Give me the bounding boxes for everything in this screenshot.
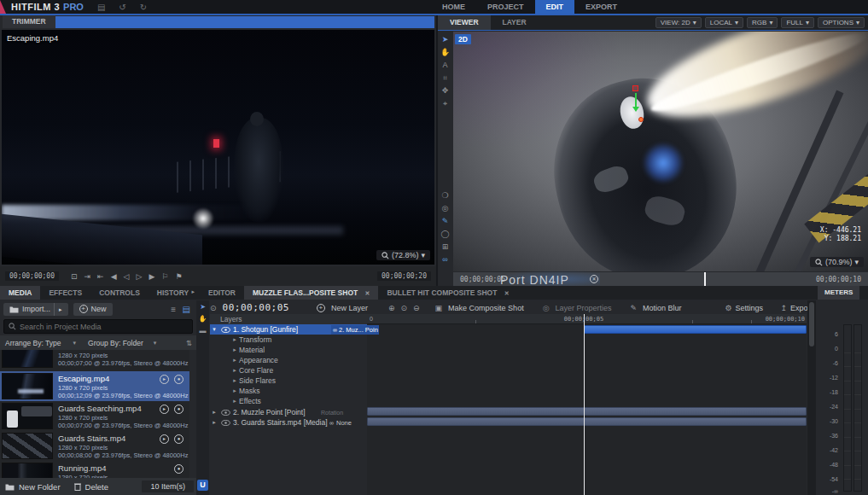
make-composite-button[interactable]: Make Composite Shot <box>448 304 524 312</box>
trimmer-zoom-control[interactable]: (72.8%) ▾ <box>376 250 430 260</box>
play-icon[interactable]: ▶ <box>149 272 154 281</box>
tab-meters[interactable]: METERS <box>818 286 859 300</box>
view-mode-dropdown[interactable]: VIEW: 2D▾ <box>655 17 702 28</box>
zoom-fit-icon[interactable]: ⊙ <box>400 304 407 312</box>
roto-tool-icon[interactable]: ◯ <box>440 230 449 242</box>
chain-tool-icon[interactable]: ∞ <box>442 255 447 268</box>
save-icon[interactable]: ▤ <box>97 3 105 12</box>
zoom-in-icon[interactable]: ⊕ <box>388 304 395 312</box>
layer-row-shotgun[interactable]: ▾ 1. Shotgun [Gunfire] ∞ 2. Muz... Poin <box>210 324 367 335</box>
step-forward-icon[interactable]: ▷ <box>136 272 142 281</box>
clip-bar-muzzle-point[interactable] <box>367 407 807 416</box>
trimmer-tab[interactable]: TRIMMER <box>3 15 55 28</box>
quality-dropdown[interactable]: FULL▾ <box>781 17 814 28</box>
group-by-dropdown[interactable]: Group By: Folder <box>88 339 143 347</box>
timeline-scrollbar[interactable] <box>807 300 816 495</box>
media-info-icon[interactable]: ● <box>174 405 184 414</box>
timeline-playhead[interactable] <box>584 314 585 495</box>
eye-icon[interactable] <box>221 420 230 426</box>
local-dropdown[interactable]: LOCAL▾ <box>705 17 743 28</box>
close-tab-icon[interactable]: ✕ <box>504 290 510 296</box>
property-group-transform[interactable]: ▸Transform <box>210 335 367 345</box>
make-composite-icon[interactable]: ▸ <box>160 405 169 414</box>
property-group-masks[interactable]: ▸Masks <box>210 386 367 396</box>
make-composite-icon[interactable]: ▸ <box>160 434 169 444</box>
property-group-core-flare[interactable]: ▸Core Flare <box>210 365 367 376</box>
layer-row-guards-stairs[interactable]: ▸ 3. Guards Stairs.mp4 [Media] ∞ None <box>210 417 367 428</box>
arrange-by-dropdown[interactable]: Arrange By: Type <box>5 339 61 347</box>
trimmer-canvas[interactable]: Escaping.mp4 (72.8%) ▾ <box>2 30 434 265</box>
list-view-icon[interactable]: ≡ <box>171 305 176 314</box>
timeline-ruler[interactable]: 0 00;00;00;05 00;00;00;10 <box>367 314 807 324</box>
clip-bar-guards-stairs[interactable] <box>367 417 807 426</box>
tab-project[interactable]: PROJECT <box>476 0 535 14</box>
property-group-appearance[interactable]: ▸Appearance <box>210 355 367 365</box>
viewer-zoom-control[interactable]: (70.9%) ▾ <box>810 257 864 267</box>
tab-controls[interactable]: CONTROLS <box>90 286 149 300</box>
tab-viewer[interactable]: VIEWER <box>438 15 491 30</box>
tab-editor[interactable]: EDITOR <box>200 286 244 300</box>
tab-edit[interactable]: EDIT <box>535 0 575 14</box>
media-item-escaping[interactable]: Escaping.mp4 1280 x 720 pixels 00;00;12;… <box>0 371 189 401</box>
go-to-icon[interactable]: ⊙ <box>210 304 217 312</box>
light-tool-icon[interactable]: ❍ <box>441 191 448 204</box>
export-frame-icon[interactable]: ⇥ <box>84 272 91 281</box>
move-tool-icon[interactable]: ✥ <box>442 86 449 99</box>
hand-tool-icon[interactable]: ✋ <box>199 315 207 323</box>
step-back-icon[interactable]: ◁ <box>124 272 130 281</box>
gizmo-point-handle[interactable] <box>638 117 644 122</box>
parent-layer-dropdown[interactable]: ∞ 2. Muz... Poin <box>331 325 379 335</box>
gizmo-anchor-handle[interactable] <box>632 85 638 91</box>
delete-button[interactable]: Delete <box>85 482 108 492</box>
import-button[interactable]: Import... ▸ <box>3 303 68 316</box>
detail-view-icon[interactable]: ▤ <box>183 305 190 314</box>
zoom-out-icon[interactable]: ⊖ <box>413 304 420 312</box>
make-composite-icon[interactable]: ▸ <box>160 375 169 384</box>
grid-tool-icon[interactable]: ⊞ <box>442 242 449 255</box>
layer-row-muzzle-point[interactable]: ▸ 2. Muzzle Point [Point] Rotation <box>210 407 367 417</box>
select-tool-icon[interactable]: ➤ <box>442 35 449 48</box>
universal-snap-badge[interactable]: U <box>197 480 208 491</box>
undo-icon[interactable]: ↺ <box>119 3 125 12</box>
close-tab-icon[interactable]: ✕ <box>365 290 370 296</box>
orbit-camera-icon[interactable]: ◎ <box>442 204 449 217</box>
tab-bullet-hit-composite[interactable]: BULLET HIT COMPOSITE SHOT ✕ <box>378 286 517 300</box>
insert-icon[interactable]: ⇤ <box>97 272 104 281</box>
select-tool-icon[interactable]: ➤ <box>200 303 206 311</box>
new-button[interactable]: + New <box>73 303 113 316</box>
media-info-icon[interactable]: ● <box>174 464 184 474</box>
watermark-close-icon[interactable]: ✕ <box>590 275 598 283</box>
redo-icon[interactable]: ↻ <box>140 3 147 12</box>
mark-in-icon[interactable]: ⚐ <box>161 272 168 281</box>
media-item-running[interactable]: Running.mp4 1280 x 720 pixels ● <box>0 461 189 478</box>
media-info-icon[interactable]: ● <box>174 375 184 384</box>
tab-history[interactable]: HISTORY <box>149 286 197 300</box>
viewer-canvas[interactable]: 2D X: -446.21 Y: 188.21 (70.9%) ▾ <box>453 32 868 271</box>
tab-layer[interactable]: LAYER <box>491 15 539 30</box>
pen-tool-icon[interactable]: ✎ <box>442 217 449 230</box>
media-item-guards-stairs[interactable]: Guards Stairs.mp4 1280 x 720 pixels 00;0… <box>0 431 189 461</box>
eye-icon[interactable] <box>221 410 230 416</box>
hand-tool-icon[interactable]: ✋ <box>440 48 450 61</box>
mask-tool-icon[interactable]: ⌗ <box>443 73 447 86</box>
new-folder-button[interactable]: New Folder <box>19 482 61 492</box>
settings-button[interactable]: ⚙Settings <box>725 304 763 312</box>
tab-muzzle-flash-composite[interactable]: MUZZLE FLAS...POSITE SHOT ✕ <box>244 286 379 300</box>
sort-icon[interactable]: ⇅ <box>186 339 192 347</box>
orbit-tool-icon[interactable]: ⌖ <box>443 99 447 112</box>
parent-layer-dropdown[interactable]: ∞ None <box>329 419 352 427</box>
eye-icon[interactable] <box>221 327 230 333</box>
search-input[interactable] <box>20 323 188 331</box>
collapse-icon[interactable]: ▾ <box>210 326 218 333</box>
motion-blur-button[interactable]: Motion Blur <box>643 304 682 312</box>
timeline-scroll-thumb[interactable] <box>809 302 814 346</box>
tab-overflow-icon[interactable]: ▸ <box>191 288 195 295</box>
mark-out-icon[interactable]: ⚑ <box>175 272 182 281</box>
layer-properties-button[interactable]: Layer Properties <box>556 304 612 312</box>
options-dropdown[interactable]: OPTIONS▾ <box>818 17 865 28</box>
expand-icon[interactable]: ▸ <box>210 419 218 426</box>
media-info-icon[interactable]: ● <box>174 434 184 444</box>
media-item-guards-searching[interactable]: Guards Searching.mp4 1280 x 720 pixels 0… <box>0 401 189 431</box>
expand-icon[interactable]: ▸ <box>210 409 218 416</box>
prev-frame-icon[interactable]: ◀ <box>111 272 117 281</box>
